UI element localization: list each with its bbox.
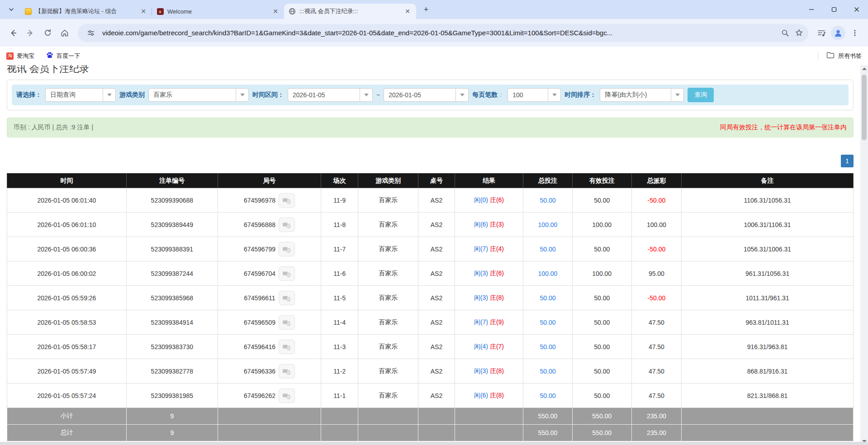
video-replay-button[interactable]	[279, 364, 295, 379]
cell-time: 2026-01-05 05:58:17	[7, 335, 127, 359]
tab-bet-records[interactable]: :::视讯 会员下注纪录::: ✕	[284, 4, 416, 19]
video-replay-button[interactable]	[279, 193, 295, 208]
media-controls-icon[interactable]	[814, 25, 829, 41]
scrollbar[interactable]	[860, 65, 868, 445]
close-icon[interactable]: ✕	[403, 7, 412, 15]
cell-time: 2026-01-05 05:57:24	[7, 383, 127, 408]
cell-game-type: 百家乐	[358, 310, 418, 335]
scrollbar-thumb[interactable]	[862, 75, 867, 140]
video-replay-button[interactable]	[279, 266, 295, 281]
cell-total-bet[interactable]: 50.00	[523, 383, 573, 408]
cell-round: 674596416	[218, 335, 321, 359]
baidu-paw-icon	[46, 52, 53, 60]
sort-select[interactable]: 降幂(由大到小)	[600, 88, 684, 102]
cell-bet-id: 523099388391	[126, 237, 218, 261]
cell-round: 674596978	[218, 188, 321, 213]
close-icon[interactable]: ✕	[271, 7, 280, 15]
close-icon[interactable]: ✕	[139, 7, 147, 15]
refresh-icon[interactable]	[40, 25, 55, 41]
result-banker: 庄(6)	[490, 196, 504, 204]
home-icon[interactable]	[57, 25, 72, 41]
cell-game-type: 百家乐	[358, 286, 418, 310]
video-replay-button[interactable]	[279, 218, 295, 232]
cell-total-bet[interactable]: 50.00	[523, 335, 573, 359]
url-text[interactable]: videoie.com/game/betrecord_search/kind3?…	[102, 29, 778, 37]
round-number: 674596978	[244, 197, 275, 204]
cell-total-bet[interactable]: 50.00	[523, 359, 573, 383]
cell-bet-id: 523099387244	[126, 261, 218, 286]
page-1-button[interactable]: 1	[841, 155, 854, 167]
cell-game-type: 百家乐	[358, 188, 418, 213]
zoom-search-icon[interactable]	[778, 26, 792, 40]
round-number: 674596799	[244, 246, 275, 253]
video-replay-button[interactable]	[279, 242, 295, 256]
cell-table: AS2	[418, 237, 455, 261]
close-window-button[interactable]	[845, 0, 868, 19]
table-row: 2026-01-05 05:57:24 523099381985 6745962…	[7, 383, 854, 408]
column-header: 游戏类别	[358, 174, 418, 188]
cell-round: 674596336	[218, 359, 321, 383]
cell-session: 11-9	[321, 188, 358, 213]
cell-total-bet[interactable]: 50.00	[523, 310, 573, 335]
table-row: 2026-01-05 05:59:26 523099385968 6745966…	[7, 286, 854, 310]
video-replay-button[interactable]	[279, 315, 295, 330]
query-type-select[interactable]: 日期查询	[45, 88, 116, 102]
result-banker: 庄(8)	[490, 392, 504, 399]
cell-bet-id: 523099382778	[126, 359, 218, 383]
address-bar[interactable]: videoie.com/game/betrecord_search/kind3?…	[78, 24, 808, 42]
forward-icon[interactable]	[23, 25, 38, 41]
cell-valid-bet: 50.00	[572, 335, 631, 359]
cell-game-type: 百家乐	[358, 213, 418, 237]
summary-bar: 币别 : 人民币 | 总共 :9 注单 | 同局有效投注，统一计算在该局第一张注…	[7, 118, 854, 137]
all-bookmarks[interactable]: 所有书签	[818, 52, 862, 60]
result-banker: 庄(8)	[490, 294, 504, 301]
bookmark-taobao[interactable]: 淘 爱淘宝	[6, 52, 34, 60]
cell-result: 闲(6) 庄(8)	[455, 383, 523, 408]
round-number: 674596704	[244, 270, 275, 277]
video-replay-button[interactable]	[279, 291, 295, 305]
cell-valid-bet: 100.00	[572, 261, 631, 286]
maximize-button[interactable]	[823, 0, 845, 19]
bookmark-baidu[interactable]: 百度一下	[46, 52, 80, 60]
table-header-row: 时间注单编号局号场次游戏类别桌号结果总投注有效投注总派彩备注	[7, 174, 854, 188]
search-button[interactable]: 查询	[688, 88, 714, 102]
new-tab-button[interactable]: +	[420, 3, 432, 16]
bookmark-star-icon[interactable]	[792, 26, 806, 40]
cell-total-bet[interactable]: 50.00	[523, 286, 573, 310]
video-replay-button[interactable]	[279, 388, 295, 403]
game-type-label: 游戏类别	[119, 91, 145, 99]
menu-kebab-icon[interactable]	[847, 25, 863, 41]
minimize-button[interactable]	[800, 0, 823, 19]
result-player: 闲(3)	[474, 367, 488, 374]
date-end-select[interactable]: 2026-01-05	[384, 88, 469, 102]
date-start-select[interactable]: 2026-01-05	[288, 88, 373, 102]
tune-icon[interactable]	[84, 26, 98, 40]
cell-total-bet[interactable]: 100.00	[523, 261, 573, 286]
tab-welcome[interactable]: ♠ Welcome ✕	[152, 4, 284, 19]
cell-result: 闲(6) 庄(3)	[455, 213, 523, 237]
cell-round: 674596611	[218, 286, 321, 310]
cell-valid-bet: 100.00	[572, 213, 631, 237]
back-icon[interactable]	[5, 25, 21, 41]
result-banker: 庄(4)	[490, 245, 504, 252]
mail-favicon	[24, 8, 32, 15]
bookmarks-bar: 淘 爱淘宝 百度一下 所有书签	[0, 47, 868, 65]
page-size-select[interactable]: 100	[508, 88, 561, 102]
payout-sum: 235.00	[631, 425, 681, 441]
video-replay-button[interactable]	[279, 340, 295, 354]
column-header: 注单编号	[126, 174, 218, 188]
cell-note: 963.81/1011.31	[682, 310, 854, 335]
cell-session: 11-6	[321, 261, 358, 286]
tab-forum[interactable]: 【新提醒】海燕策略论坛 - 综合 ✕	[20, 4, 152, 19]
page-title: 视讯 会员下注纪录	[7, 65, 860, 75]
cell-total-bet[interactable]: 50.00	[523, 188, 573, 213]
game-type-select[interactable]: 百家乐	[148, 88, 249, 102]
avatar[interactable]	[831, 26, 845, 40]
cell-total-bet[interactable]: 100.00	[523, 213, 573, 237]
cell-total-bet[interactable]: 50.00	[523, 237, 573, 261]
round-number: 674596416	[244, 343, 275, 350]
bet-records-table-wrap: 时间注单编号局号场次游戏类别桌号结果总投注有效投注总派彩备注 2026-01-0…	[0, 167, 860, 441]
scroll-up-icon[interactable]	[862, 67, 867, 70]
chevron-down-icon[interactable]	[5, 3, 18, 16]
cell-game-type: 百家乐	[358, 261, 418, 286]
